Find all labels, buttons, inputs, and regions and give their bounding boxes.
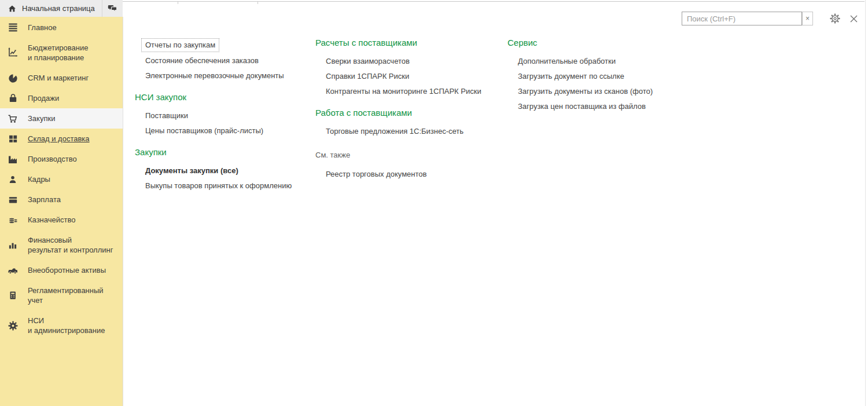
discussions-button[interactable] <box>102 0 123 17</box>
link-mutual-settlement-reconciliations[interactable]: Сверки взаиморасчетов <box>315 53 506 68</box>
menu-column-2: Расчеты с поставщиками Сверки взаиморасч… <box>315 17 506 181</box>
shopping-bag-icon <box>7 93 19 104</box>
close-button[interactable] <box>846 11 861 26</box>
bar-chart-icon <box>7 239 19 251</box>
menu-column-1: Отчеты по закупкам Состояние обеспечения… <box>135 17 308 193</box>
link-load-document-by-link[interactable]: Загрузить документ по ссылке <box>507 68 698 83</box>
link-additional-processors[interactable]: Дополнительные обработки <box>507 53 698 68</box>
close-icon <box>849 14 858 23</box>
header-purchases: Закупки <box>135 147 308 157</box>
tab-home-label: Начальная страница <box>22 4 95 13</box>
sidebar-item-warehouse-delivery[interactable]: Склад и доставка <box>0 129 123 149</box>
tab-bar-hairline <box>123 1 865 2</box>
tab-strip: Начальная страница <box>0 0 123 17</box>
link-1spark-risk-certificates[interactable]: Справки 1СПАРК Риски <box>315 68 506 83</box>
chat-icon <box>107 3 118 14</box>
menu-lines-icon <box>7 22 19 34</box>
link-load-documents-from-scans[interactable]: Загрузить документы из сканов (фото) <box>507 83 698 98</box>
link-1c-business-network-offers[interactable]: Торговые предложения 1С:Бизнес-сеть <box>315 123 506 138</box>
header-purchasing-master-data: НСИ закупок <box>135 92 308 102</box>
search-input[interactable] <box>682 12 802 25</box>
home-icon <box>8 4 17 13</box>
sidebar-item-purchases[interactable]: Закупки <box>0 108 123 129</box>
header-settlements-with-suppliers: Расчеты с поставщиками <box>315 38 506 47</box>
gear-outline-icon <box>829 13 841 24</box>
sidebar-item-payroll[interactable]: Зарплата <box>0 189 123 210</box>
tab-divider <box>258 1 258 4</box>
search-clear-button[interactable]: × <box>802 12 813 25</box>
sidebar-item-main[interactable]: Главное <box>0 17 123 38</box>
link-goods-buyback[interactable]: Выкупы товаров принятых к оформлению <box>135 178 308 193</box>
gear-icon <box>7 320 19 331</box>
header-see-also: См. также <box>315 151 506 159</box>
ledger-icon <box>7 290 19 301</box>
sidebar-item-sales[interactable]: Продажи <box>0 88 123 108</box>
shopping-cart-icon <box>7 113 19 125</box>
link-1spark-monitored-counterparties[interactable]: Контрагенты на мониторинге 1СПАРК Риски <box>315 83 506 98</box>
link-purchase-documents-all[interactable]: Документы закупки (все) <box>135 163 308 178</box>
link-trade-documents-register[interactable]: Реестр торговых документов <box>315 166 506 181</box>
search-area: × <box>682 12 813 25</box>
sidebar-item-treasury[interactable]: Казначейство <box>0 210 123 230</box>
sidebar-item-budgeting-planning[interactable]: Бюджетирование и планирование <box>0 38 123 68</box>
window-right-edge <box>865 0 866 406</box>
person-icon <box>7 174 19 185</box>
sidebar-item-crm-marketing[interactable]: CRM и маркетинг <box>0 68 123 88</box>
sidebar-item-financial-result-controlling[interactable]: Финансовый результат и контроллинг <box>0 230 123 260</box>
sidebar-item-hr[interactable]: Кадры <box>0 169 123 189</box>
vehicle-icon <box>7 265 19 276</box>
sections-sidebar: Главное Бюджетирование и планирование CR… <box>0 17 123 406</box>
sidebar-item-production[interactable]: Производство <box>0 149 123 169</box>
wallet-icon <box>7 194 19 206</box>
sidebar-item-master-data-administration[interactable]: НСИ и администрирование <box>0 310 123 341</box>
sidebar-item-non-current-assets[interactable]: Внеоборотные активы <box>0 260 123 280</box>
tab-divider <box>178 1 178 4</box>
settings-gear-button[interactable] <box>827 11 843 26</box>
link-electronic-shipping-documents[interactable]: Электронные перевозочные документы <box>135 68 308 83</box>
link-supplier-price-lists[interactable]: Цены поставщиков (прайс-листы) <box>135 123 308 138</box>
coins-icon <box>7 214 19 226</box>
menu-column-3: Сервис Дополнительные обработки Загрузит… <box>507 17 698 114</box>
header-work-with-suppliers: Работа с поставщиками <box>315 108 506 118</box>
pie-chart-icon <box>7 72 19 84</box>
link-load-supplier-prices-from-files[interactable]: Загрузка цен поставщика из файлов <box>507 98 698 114</box>
link-purchase-reports[interactable]: Отчеты по закупкам <box>135 38 308 53</box>
factory-icon <box>7 153 19 165</box>
planning-chart-icon <box>7 47 19 58</box>
warehouse-grid-icon <box>7 133 19 145</box>
sidebar-item-regulated-accounting[interactable]: Регламентированный учет <box>0 280 123 310</box>
tab-home-page[interactable]: Начальная страница <box>0 0 102 17</box>
header-service: Сервис <box>507 38 698 47</box>
link-order-fulfillment-status[interactable]: Состояние обеспечения заказов <box>135 53 308 68</box>
link-suppliers[interactable]: Поставщики <box>135 108 308 123</box>
